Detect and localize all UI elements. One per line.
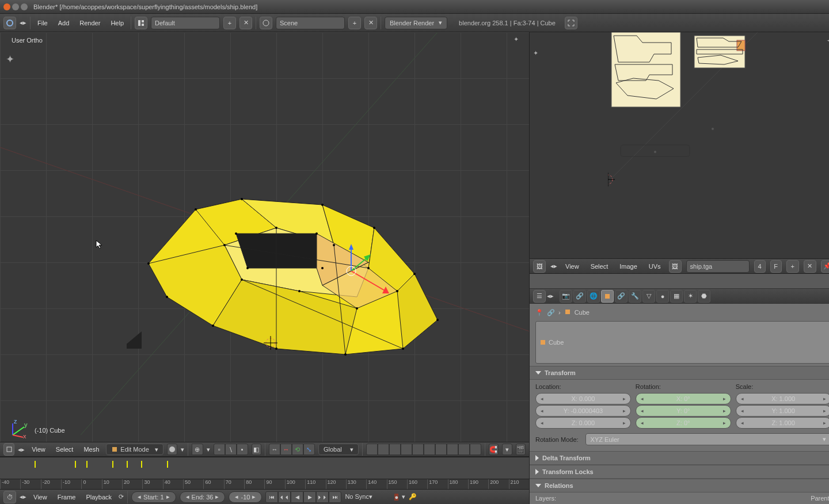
menu-add[interactable]: Add	[55, 17, 73, 29]
uv-menu-view[interactable]: View	[562, 261, 583, 272]
play-icon[interactable]: ▶	[303, 491, 316, 503]
tl-menu-frame[interactable]: Frame	[54, 491, 79, 503]
render-engine-select[interactable]: Blender Render▾	[385, 17, 447, 29]
tl-menu-playback[interactable]: Playback	[82, 491, 115, 503]
props-editor-type-icon[interactable]: ☰	[533, 290, 546, 303]
snap-icon[interactable]: 🧲	[489, 444, 499, 455]
tl-menu-view[interactable]: View	[30, 491, 51, 503]
layout-delete-icon[interactable]: ✕	[239, 17, 252, 29]
layout-add-icon[interactable]: +	[223, 17, 236, 29]
scene-name-field[interactable]: Scene	[276, 17, 345, 29]
rot-z-field[interactable]: ◂Z: 0°▸	[636, 417, 731, 429]
layout-browse-icon[interactable]	[135, 17, 147, 29]
uv-toolshelf-icon[interactable]: ✦	[533, 49, 538, 57]
close-icon[interactable]	[3, 3, 10, 10]
loc-y-field[interactable]: ◂Y: -0.0000403▸	[535, 405, 631, 417]
tab-constraints-icon[interactable]: 🔗	[615, 290, 628, 303]
panel-delta-header[interactable]: Delta Transform	[530, 451, 829, 465]
play-reverse-icon[interactable]: ◀	[291, 491, 303, 503]
expand-toggle-icon[interactable]: ◂▸	[18, 446, 25, 453]
uv-expand-icon[interactable]: ◂▸	[550, 262, 557, 270]
mode-select[interactable]: Edit Mode▾	[106, 444, 163, 455]
jump-start-icon[interactable]: ⏮	[265, 491, 278, 503]
orientation-select[interactable]: Global▾	[318, 444, 359, 455]
keyframe-marker[interactable]	[35, 461, 36, 468]
scale-y-field[interactable]: ◂Y: 1.000▸	[736, 405, 829, 417]
tab-data-icon[interactable]: ▽	[642, 290, 655, 303]
tab-texture-icon[interactable]: ▦	[670, 290, 683, 303]
keyframe-marker[interactable]	[141, 461, 142, 468]
uv-canvas[interactable]: ✦ ✦	[530, 32, 829, 258]
vp-menu-select[interactable]: Select	[52, 444, 77, 455]
object-name-field[interactable]: Cube	[535, 321, 829, 364]
menu-file[interactable]: File	[34, 17, 51, 29]
editor-type-icon[interactable]	[3, 17, 16, 29]
shading-icon[interactable]	[167, 444, 177, 455]
timeline-ruler[interactable]: -40-30-20-100102030405060708090100110120…	[0, 479, 529, 489]
translate-icon[interactable]: ↔	[280, 444, 292, 455]
select-vertex-icon[interactable]: ▫	[214, 444, 225, 455]
timeline-track[interactable]	[0, 457, 529, 479]
props-expand-icon[interactable]: ◂▸	[547, 292, 554, 300]
tl-sync-icon[interactable]: ⟳	[119, 493, 124, 501]
keyframe-marker[interactable]	[75, 461, 76, 468]
tab-modifiers-icon[interactable]: 🔧	[629, 290, 641, 303]
select-edge-icon[interactable]: ∖	[225, 444, 237, 455]
shading-select-icon[interactable]: ▾	[181, 446, 184, 453]
rotation-mode-select[interactable]: XYZ Euler▾	[585, 433, 829, 445]
pivot-icon[interactable]: ⊕	[192, 444, 203, 455]
panel-relations-header[interactable]: Relations	[530, 479, 829, 492]
keyframe-prev-icon[interactable]: ⏴⏴	[278, 491, 291, 503]
minimize-icon[interactable]	[12, 3, 19, 10]
rot-x-field[interactable]: ◂X: 0°▸	[636, 393, 731, 404]
limit-selection-icon[interactable]: ◧	[252, 444, 261, 455]
pin-icon[interactable]: 📍	[535, 309, 543, 316]
breadcrumb-object[interactable]: Cube	[575, 309, 590, 316]
uv-layout[interactable]	[608, 32, 827, 262]
mesh-model[interactable]	[127, 176, 461, 372]
render-preview-icon[interactable]: 🎬	[516, 444, 526, 455]
tab-object-icon[interactable]	[601, 290, 614, 303]
toolshelf-toggle-icon[interactable]: ✦	[6, 53, 14, 66]
scene-add-icon[interactable]: +	[348, 17, 361, 29]
select-face-icon[interactable]: ▪	[237, 444, 248, 455]
loc-x-field[interactable]: ◂X: 0.000▸	[535, 393, 631, 404]
keying-set-icon[interactable]: 🔑	[409, 493, 417, 501]
chevron-down-icon[interactable]: ◂▸	[20, 19, 26, 26]
scale-x-field[interactable]: ◂X: 1.000▸	[736, 393, 829, 404]
scene-delete-icon[interactable]: ✕	[364, 17, 377, 29]
layer-buttons[interactable]	[366, 444, 481, 455]
scale-icon[interactable]: ⤡	[303, 444, 315, 455]
tab-world-icon[interactable]: 🌐	[587, 290, 600, 303]
viewport-3d[interactable]: User Ortho ✦ ✦ (-10) Cube	[0, 32, 529, 442]
fullscreen-icon[interactable]	[565, 17, 577, 29]
tab-particles-icon[interactable]: ✶	[684, 290, 697, 303]
jump-end-icon[interactable]: ⏭	[329, 491, 341, 503]
keyframe-marker[interactable]	[127, 461, 128, 468]
region-toggle-icon[interactable]: ✦	[514, 36, 519, 43]
scale-z-field[interactable]: ◂Z: 1.000▸	[736, 417, 829, 429]
viewport-editor-type-icon[interactable]	[3, 443, 14, 456]
panel-locks-header[interactable]: Transform Locks	[530, 465, 829, 479]
loc-z-field[interactable]: ◂Z: 0.000▸	[535, 417, 631, 429]
maximize-icon[interactable]	[21, 3, 28, 10]
panel-transform-header[interactable]: Transform	[530, 366, 829, 380]
end-frame-field[interactable]: ◂End: 36▸	[180, 491, 226, 503]
tl-expand-icon[interactable]: ◂▸	[20, 493, 26, 501]
uv-editor-type-icon[interactable]: 🖼	[533, 260, 546, 273]
menu-help[interactable]: Help	[107, 17, 127, 29]
keyframe-marker[interactable]	[86, 461, 88, 468]
autokey-mode-icon[interactable]: ▾	[402, 493, 405, 501]
current-frame-field[interactable]: ◂-10▸	[229, 491, 262, 503]
rotate-icon[interactable]: ⟲	[292, 444, 303, 455]
manipulator-toggle-icon[interactable]: ↔	[269, 444, 280, 455]
tab-render-icon[interactable]: 📷	[560, 290, 572, 303]
start-frame-field[interactable]: ◂Start: 1▸	[131, 491, 176, 503]
timeline-editor-type-icon[interactable]: ⏱	[3, 491, 16, 503]
vp-menu-view[interactable]: View	[28, 444, 49, 455]
snap-type-icon[interactable]: ▾	[502, 444, 512, 455]
tab-scene-icon[interactable]: 🔗	[573, 290, 586, 303]
sync-mode-select[interactable]: No Sync▾	[345, 493, 391, 501]
vp-menu-mesh[interactable]: Mesh	[80, 444, 102, 455]
layout-name-field[interactable]: Default	[151, 17, 220, 29]
